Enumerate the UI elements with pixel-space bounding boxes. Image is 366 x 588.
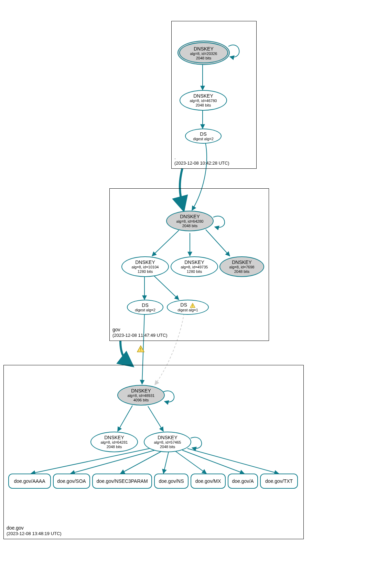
rr-soa[interactable]: doe.gov/SOA [53, 474, 90, 489]
zone-gov-ts: (2023-12-08 11:47:49 UTC) [112, 333, 168, 339]
ds-gov-alg2[interactable]: DS digest alg=2 [127, 300, 163, 315]
rr-ns[interactable]: doe.gov/NS [154, 474, 189, 489]
svg-rect-1 [140, 351, 141, 351]
svg-rect-3 [192, 307, 193, 307]
dnskey-gov-7698[interactable]: DNSKEY alg=8, id=7698 2048 bits [219, 256, 264, 277]
dnskey-doe-zsk-57465[interactable]: DNSKEY alg=8, id=57465 2048 bits [144, 432, 191, 452]
dnskey-gov-zsk-49735[interactable]: DNSKEY alg=8, id=49735 1280 bits [171, 256, 218, 277]
zone-gov-label: gov (2023-12-08 11:47:49 UTC) [112, 326, 168, 339]
zone-root-label: . (2023-12-08 10:42:28 UTC) [174, 154, 229, 166]
zone-doe-ts: (2023-12-08 13:48:19 UTC) [7, 531, 62, 537]
dnskey-root-zsk[interactable]: DNSKEY alg=8, id=46780 2048 bits [180, 90, 227, 111]
zone-root-name: . [174, 154, 229, 160]
zone-root-ts: (2023-12-08 10:42:28 UTC) [174, 160, 229, 166]
warning-icon [137, 345, 144, 352]
svg-rect-0 [140, 347, 141, 350]
dnskey-root-ksk[interactable]: DNSKEY alg=8, id=20326 2048 bits [177, 41, 230, 65]
rr-aaaa[interactable]: doe.gov/AAAA [8, 474, 51, 489]
dnskey-doe-zsk-64281[interactable]: DNSKEY alg=8, id=64281 2048 bits [90, 432, 138, 452]
dnskey-gov-ksk[interactable]: DNSKEY alg=8, id=64280 2048 bits [166, 211, 214, 231]
zone-doe-label: doe.gov (2023-12-08 13:48:19 UTC) [7, 525, 62, 537]
zone-gov-name: gov [112, 326, 168, 333]
rr-a[interactable]: doe.gov/A [228, 474, 258, 489]
rr-txt[interactable]: doe.gov/TXT [260, 474, 298, 489]
dnskey-doe-ksk[interactable]: DNSKEY alg=8, id=48931 4096 bits [117, 385, 165, 406]
svg-rect-2 [192, 304, 193, 306]
dnskey-gov-zsk-10104[interactable]: DNSKEY alg=8, id=10104 1280 bits [121, 256, 169, 277]
warning-icon [190, 303, 195, 308]
zone-doe-name: doe.gov [7, 525, 62, 531]
ds-root[interactable]: DS digest alg=2 [185, 129, 222, 144]
ds-gov-alg1[interactable]: DS digest alg=1 [167, 300, 209, 315]
rr-nsec3param[interactable]: doe.gov/NSEC3PARAM [92, 474, 152, 489]
rr-mx[interactable]: doe.gov/MX [191, 474, 226, 489]
